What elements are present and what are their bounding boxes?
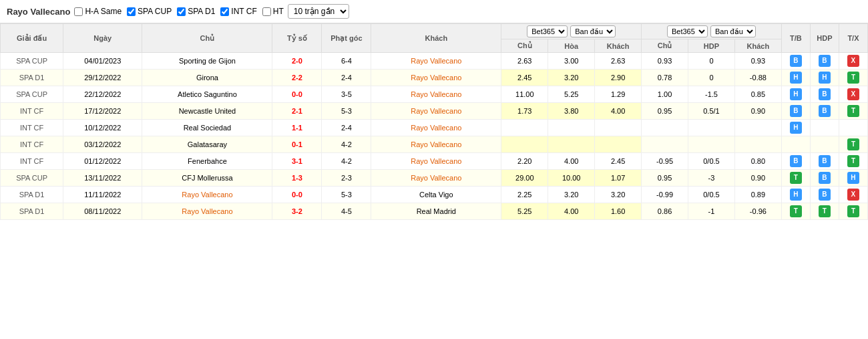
badge: H xyxy=(847,172,859,184)
checkbox-ha-same[interactable] xyxy=(74,7,83,16)
header-hdp2: HDP xyxy=(810,24,839,53)
team-name: Rayo Vallecano xyxy=(7,7,70,17)
checkbox-int-cf[interactable] xyxy=(220,7,229,16)
badge: B xyxy=(819,55,831,67)
header-ty-so: Tỷ số xyxy=(272,24,322,53)
header-chu-label: Chủ xyxy=(501,39,548,53)
filter-spa-d1[interactable]: SPA D1 xyxy=(177,7,215,16)
badge: H xyxy=(790,72,802,84)
table-row: INT CF10/12/2022Real Sociedad1-12-4Rayo … xyxy=(1,120,868,136)
table-row: SPA CUP22/12/2022Atletico Saguntino0-03-… xyxy=(1,86,868,103)
badge: H xyxy=(790,189,802,201)
checkbox-spa-cup[interactable] xyxy=(127,7,136,16)
odds1-type-select[interactable]: Ban đầu xyxy=(570,25,616,37)
header-khach-label: Khách xyxy=(595,39,642,53)
checkbox-spa-d1[interactable] xyxy=(177,7,186,16)
table-row: SPA CUP04/01/2023Sporting de Gijon2-06-4… xyxy=(1,53,868,70)
badge: T xyxy=(847,205,859,217)
badge: T xyxy=(847,72,859,84)
badge: B xyxy=(819,88,831,100)
filter-label-int-cf: INT CF xyxy=(231,7,256,16)
table-row: SPA CUP13/11/2022CFJ Mollerussa1-32-3Ray… xyxy=(1,170,868,187)
badge: B xyxy=(819,172,831,184)
header-chu: Chủ xyxy=(142,24,272,53)
badge: B xyxy=(819,155,831,167)
header-odds1: Bet365 Ban đầu xyxy=(501,24,642,39)
filter-ht[interactable]: HT xyxy=(262,7,284,16)
header-ngay: Ngày xyxy=(63,24,142,53)
header-phat-goc: Phạt góc xyxy=(322,24,371,53)
badge: T xyxy=(790,205,802,217)
header-tx: T/X xyxy=(839,24,867,53)
badge: T xyxy=(847,105,859,117)
checkbox-ht[interactable] xyxy=(262,7,271,16)
header-giai-dau: Giải đấu xyxy=(1,24,63,53)
header-tb: T/B xyxy=(781,24,810,53)
recent-select[interactable]: 5 trận gần10 trận gần15 trận gần20 trận … xyxy=(288,4,349,19)
badge: T xyxy=(847,138,859,150)
filter-label-spa-d1: SPA D1 xyxy=(188,7,215,16)
table-row: SPA D111/11/2022Rayo Vallecano0-05-3Celt… xyxy=(1,187,868,203)
badge: B xyxy=(819,105,831,117)
header-khach: Khách xyxy=(371,24,501,53)
odds2-provider-select[interactable]: Bet365 xyxy=(667,25,708,37)
filter-ha-same[interactable]: H-A Same xyxy=(74,7,122,16)
filter-int-cf[interactable]: INT CF xyxy=(220,7,256,16)
badge: H xyxy=(819,72,831,84)
badge: B xyxy=(819,189,831,201)
top-bar: Rayo Vallecano H-A SameSPA CUPSPA D1INT … xyxy=(0,0,868,23)
filter-label-ht: HT xyxy=(273,7,284,16)
badge: X xyxy=(847,88,859,100)
badge: B xyxy=(790,55,802,67)
badge: B xyxy=(790,105,802,117)
filter-label-spa-cup: SPA CUP xyxy=(138,7,172,16)
badge: B xyxy=(790,155,802,167)
filter-group: H-A SameSPA CUPSPA D1INT CFHT xyxy=(74,7,283,16)
header-odds2: Bet365 Ban đầu xyxy=(642,24,782,39)
badge: H xyxy=(790,88,802,100)
header-chu2-label: Chủ xyxy=(642,39,688,53)
header-khach3-label: Khách xyxy=(734,39,781,53)
badge: T xyxy=(819,205,831,217)
table-row: INT CF01/12/2022Fenerbahce3-14-2Rayo Val… xyxy=(1,153,868,170)
badge: H xyxy=(790,122,802,134)
badge: X xyxy=(847,55,859,67)
header-hdp-label: HDP xyxy=(688,39,735,53)
table-row: SPA D108/11/2022Rayo Vallecano3-24-5Real… xyxy=(1,203,868,220)
badge: T xyxy=(790,172,802,184)
header-hoa-label: Hòa xyxy=(548,39,595,53)
table-row: INT CF03/12/2022Galatasaray0-14-2Rayo Va… xyxy=(1,136,868,153)
odds2-type-select[interactable]: Ban đầu xyxy=(710,25,756,37)
filter-spa-cup[interactable]: SPA CUP xyxy=(127,7,172,16)
badge: X xyxy=(847,189,859,201)
odds1-provider-select[interactable]: Bet365 xyxy=(527,25,568,37)
filter-label-ha-same: H-A Same xyxy=(85,7,122,16)
table-row: SPA D129/12/2022Girona2-22-4Rayo Valleca… xyxy=(1,70,868,86)
table-row: INT CF17/12/2022Newcastle United2-15-3Ra… xyxy=(1,103,868,120)
badge: T xyxy=(847,155,859,167)
